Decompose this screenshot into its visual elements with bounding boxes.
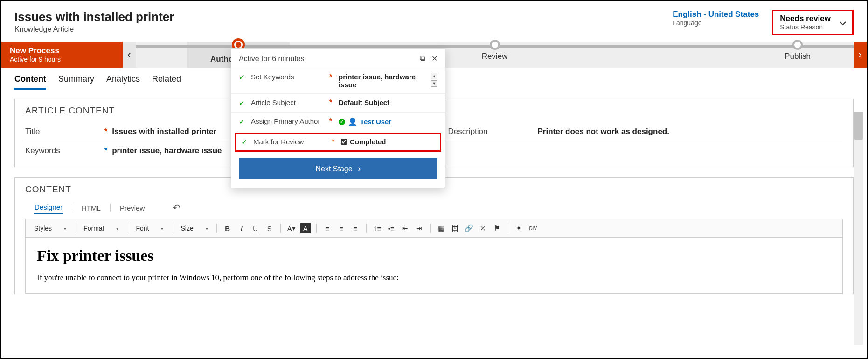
description-label: Description (448, 127, 523, 136)
align-center-icon[interactable]: ≡ (336, 223, 347, 233)
keywords-scroll[interactable]: ▲▼ (431, 73, 437, 87)
person-icon: 👤 (348, 117, 357, 126)
next-stage-button[interactable]: Next Stage › (239, 158, 437, 179)
check-icon: ✓ (239, 73, 247, 82)
tab-content[interactable]: Content (14, 74, 46, 90)
process-next-button[interactable]: › (854, 42, 867, 68)
size-dropdown[interactable]: Size (178, 224, 210, 233)
underline-icon[interactable]: U (250, 223, 261, 233)
check-icon: ✓ (239, 117, 247, 126)
table-icon[interactable]: ▦ (436, 223, 446, 233)
description-value[interactable]: Printer does not work as designed. (538, 127, 669, 136)
check-icon: ✓ (239, 99, 247, 107)
language-label: Language (673, 19, 759, 27)
required-icon: * (104, 127, 107, 136)
stage-publish[interactable]: Publish (770, 40, 826, 61)
pop-keywords-label: Set Keywords (251, 73, 326, 81)
body-paragraph: If you're unable to connect to your prin… (37, 273, 831, 282)
pop-author-name: Test User (360, 118, 391, 126)
stage-publish-label: Publish (770, 52, 826, 61)
link-icon[interactable]: 🔗 (464, 223, 474, 233)
chevron-right-icon: › (358, 164, 361, 174)
font-dropdown[interactable]: Font (133, 224, 166, 233)
process-header[interactable]: New Process Active for 9 hours (1, 42, 123, 68)
text-color-icon[interactable]: A▾ (286, 223, 297, 233)
div-icon[interactable]: DIV (528, 223, 538, 233)
tab-summary[interactable]: Summary (58, 74, 94, 90)
align-left-icon[interactable]: ≡ (322, 223, 333, 233)
embed-icon[interactable]: ✦ (514, 223, 524, 233)
tab-related[interactable]: Related (152, 74, 181, 90)
styles-dropdown[interactable]: Styles (31, 224, 69, 233)
chevron-down-icon (838, 19, 847, 28)
status-value: Needs review (780, 14, 831, 23)
ordered-list-icon[interactable]: 1≡ (372, 223, 382, 233)
pop-review-text: Completed (350, 138, 386, 146)
close-icon[interactable]: ✕ (431, 54, 437, 63)
verified-icon: ✓ (339, 119, 345, 125)
keywords-label: Keywords (25, 146, 100, 155)
recommended-icon: * (104, 147, 107, 155)
unordered-list-icon[interactable]: •≡ (386, 223, 396, 233)
editor-body[interactable]: Fix printer issues If you're unable to c… (25, 238, 843, 294)
bold-icon[interactable]: B (222, 223, 233, 233)
page-subtitle: Knowledge Article (14, 25, 174, 34)
italic-icon[interactable]: I (236, 223, 247, 233)
tab-analytics[interactable]: Analytics (106, 74, 140, 90)
unlink-icon[interactable]: ⤫ (478, 223, 488, 233)
pop-keywords-value[interactable]: printer issue, hardware issue (339, 73, 425, 89)
anchor-icon[interactable]: ⚑ (492, 223, 502, 233)
process-prev-button[interactable]: ‹ (123, 42, 136, 68)
stage-review[interactable]: Review (467, 40, 523, 61)
editor-toolbar: Styles Format Font Size B I U S A▾ A ≡ ≡… (25, 219, 843, 238)
strike-icon[interactable]: S (264, 223, 275, 233)
language-value: English - United States (673, 10, 759, 19)
status-reason-dropdown[interactable]: Needs review Status Reason (772, 10, 854, 35)
align-right-icon[interactable]: ≡ (350, 223, 361, 233)
vertical-scrollbar[interactable] (854, 112, 863, 345)
stage-publish-indicator-icon (792, 40, 803, 50)
review-checkbox[interactable] (341, 139, 347, 145)
process-duration: Active for 9 hours (10, 56, 114, 63)
pop-author-label: Assign Primary Author (251, 117, 326, 125)
process-name: New Process (10, 46, 114, 56)
body-heading: Fix printer issues (37, 247, 831, 265)
indent-icon[interactable]: ⇥ (414, 223, 424, 233)
next-stage-label: Next Stage (315, 165, 352, 173)
bg-color-icon[interactable]: A (300, 223, 311, 233)
outdent-icon[interactable]: ⇤ (400, 223, 410, 233)
undo-icon[interactable]: ↶ (173, 202, 181, 213)
popout-icon[interactable]: ⧉ (420, 54, 425, 63)
status-label: Status Reason (780, 23, 831, 31)
title-label: Title (25, 127, 100, 136)
pop-author-value[interactable]: ✓ 👤 Test User (339, 117, 437, 126)
editor-tab-designer[interactable]: Designer (34, 201, 63, 214)
content-panel: CONTENT Designer HTML Preview ↶ Styles F… (14, 177, 854, 294)
editor-tab-preview[interactable]: Preview (119, 202, 146, 214)
stage-review-indicator-icon (490, 40, 500, 50)
pop-subject-label: Article Subject (251, 99, 326, 106)
stage-popover: Active for 6 minutes ⧉ ✕ ✓ Set Keywords … (231, 48, 445, 188)
language-selector[interactable]: English - United States Language (673, 10, 759, 27)
page-title: Issues with installed printer (14, 10, 174, 24)
keywords-value[interactable]: printer issue, hardware issue (112, 146, 222, 155)
pop-review-label: Mark for Review (253, 138, 328, 146)
format-dropdown[interactable]: Format (81, 224, 121, 233)
title-value[interactable]: Issues with installed printer (112, 127, 216, 136)
image-icon[interactable]: 🖼 (450, 223, 460, 233)
popover-title: Active for 6 minutes (239, 55, 305, 63)
stage-review-label: Review (467, 52, 523, 61)
check-icon: ✓ (241, 138, 250, 147)
editor-tab-html[interactable]: HTML (81, 202, 102, 214)
pop-subject-value[interactable]: Default Subject (339, 99, 437, 106)
pop-review-value[interactable]: Completed (341, 138, 435, 146)
